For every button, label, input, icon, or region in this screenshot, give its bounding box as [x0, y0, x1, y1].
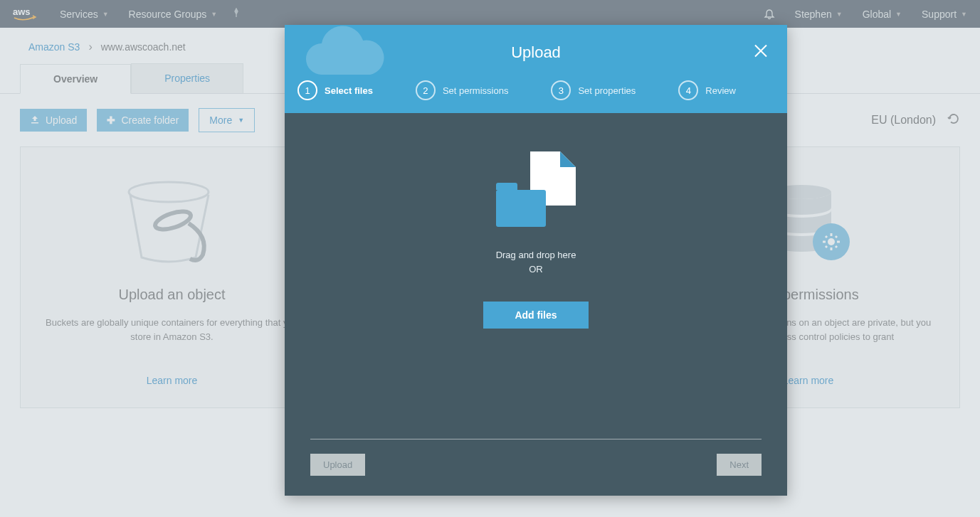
- step-number: 2: [416, 80, 436, 100]
- file-folder-icon: [496, 151, 576, 227]
- modal-body: Drag and drop here OR Add files: [285, 113, 787, 439]
- step-review[interactable]: 4 Review: [678, 80, 736, 100]
- drop-zone-text: Drag and drop here OR: [496, 248, 576, 276]
- close-icon[interactable]: [753, 42, 769, 64]
- upload-modal: Upload 1 Select files 2 Set permissions …: [285, 25, 787, 496]
- modal-upload-button[interactable]: Upload: [310, 454, 365, 476]
- add-files-button[interactable]: Add files: [483, 302, 588, 329]
- modal-footer: Upload Next: [285, 439, 787, 496]
- step-number: 3: [551, 80, 571, 100]
- step-set-permissions[interactable]: 2 Set permissions: [416, 80, 508, 100]
- step-number: 4: [678, 80, 698, 100]
- modal-next-button[interactable]: Next: [717, 454, 762, 476]
- step-set-properties[interactable]: 3 Set properties: [551, 80, 636, 100]
- divider: [310, 439, 762, 439]
- modal-title: Upload: [511, 43, 561, 62]
- modal-header: Upload 1 Select files 2 Set permissions …: [285, 25, 787, 113]
